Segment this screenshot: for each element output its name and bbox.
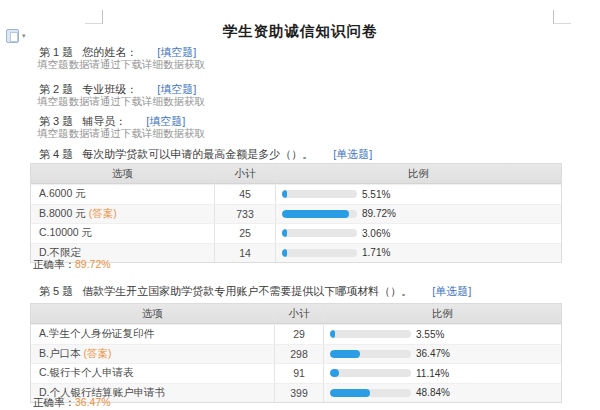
- column-header-option: 选项: [31, 164, 214, 183]
- count-cell: 91: [274, 364, 324, 383]
- question-5-text: 借款学生开立国家助学贷款专用账户不需要提供以下哪项材料（）。: [82, 285, 412, 297]
- count-cell: 399: [274, 384, 324, 403]
- ratio-bar-track: [282, 229, 357, 237]
- question-4-results-table: 选项 小计 比例 A.6000 元 45 5.51% B.8000 元(答案) …: [30, 163, 562, 263]
- option-label: C.10000 元: [39, 226, 92, 240]
- ratio-bar-fill: [330, 369, 339, 377]
- ratio-cell: 3.55%: [324, 325, 561, 344]
- ratio-bar-track: [282, 249, 357, 257]
- ratio-bar-track: [330, 389, 411, 397]
- option-label: A.学生个人身份证复印件: [39, 327, 154, 341]
- table-header-row: 选项 小计 比例: [31, 164, 561, 184]
- ratio-bar-fill: [330, 350, 360, 358]
- count-cell: 25: [214, 224, 276, 243]
- question-5-accuracy: 正确率：36.47%: [33, 396, 111, 410]
- question-1-note: 填空题数据请通过下载详细数据获取: [37, 58, 205, 72]
- column-header-ratio: 比例: [276, 164, 561, 183]
- ratio-cell: 3.06%: [276, 224, 561, 243]
- question-5-type-tag: [单选题]: [432, 285, 471, 297]
- ratio-bar-fill: [282, 229, 287, 237]
- ratio-cell: 5.51%: [276, 185, 561, 204]
- question-1-number: 第 1 题: [39, 46, 73, 58]
- count-cell: 29: [274, 325, 324, 344]
- table-row: C.银行卡个人申请表 91 11.14%: [31, 363, 561, 383]
- ratio-cell: 1.71%: [276, 244, 561, 263]
- ratio-cell: 48.84%: [324, 384, 561, 403]
- ratio-bar-fill: [282, 210, 349, 218]
- column-header-count: 小计: [274, 304, 324, 323]
- question-5-results-table: 选项 小计 比例 A.学生个人身份证复印件 29 3.55% B.户口本(答案)…: [30, 303, 562, 403]
- table-row: A.6000 元 45 5.51%: [31, 184, 561, 204]
- table-header-row: 选项 小计 比例: [31, 304, 561, 324]
- ratio-bar-track: [330, 369, 411, 377]
- ratio-cell: 36.47%: [324, 345, 561, 364]
- option-cell: A.学生个人身份证复印件: [31, 325, 274, 344]
- column-header-option: 选项: [31, 304, 274, 323]
- question-3-number: 第 3 题: [39, 115, 73, 127]
- ratio-bar-track: [330, 330, 411, 338]
- option-cell: A.6000 元: [31, 185, 214, 204]
- answer-mark: (答案): [89, 207, 117, 221]
- question-1-text: 您的姓名：: [82, 46, 137, 58]
- option-cell: B.8000 元(答案): [31, 205, 214, 224]
- question-2-number: 第 2 题: [39, 83, 73, 95]
- question-2-type-tag: [填空题]: [157, 83, 196, 95]
- ratio-percent: 1.71%: [362, 247, 390, 258]
- ratio-bar-track: [282, 210, 357, 218]
- option-label: A.6000 元: [39, 187, 86, 201]
- question-4-text: 每次助学贷款可以申请的最高金额是多少（）。: [82, 148, 313, 160]
- table-row: B.8000 元(答案) 733 89.72%: [31, 204, 561, 224]
- ratio-percent: 5.51%: [362, 189, 390, 200]
- ratio-percent: 48.84%: [416, 387, 450, 398]
- question-4-type-tag: [单选题]: [333, 148, 372, 160]
- question-4-line: 第 4 题每次助学贷款可以申请的最高金额是多少（）。[单选题]: [39, 147, 372, 162]
- question-2-text: 专业班级：: [82, 83, 137, 95]
- ratio-bar-fill: [282, 190, 287, 198]
- option-label: B.户口本: [39, 347, 80, 361]
- count-cell: 733: [214, 205, 276, 224]
- question-3-type-tag: [填空题]: [146, 115, 185, 127]
- table-row: A.学生个人身份证复印件 29 3.55%: [31, 324, 561, 344]
- ratio-cell: 89.72%: [276, 205, 561, 224]
- ratio-bar-track: [330, 350, 411, 358]
- question-3-note: 填空题数据请通过下载详细数据获取: [37, 127, 205, 141]
- ratio-percent: 3.55%: [416, 329, 444, 340]
- option-cell: C.10000 元: [31, 224, 214, 243]
- table-row: C.10000 元 25 3.06%: [31, 223, 561, 243]
- answer-mark: (答案): [83, 347, 111, 361]
- option-label: B.8000 元: [39, 207, 86, 221]
- option-cell: B.户口本(答案): [31, 345, 274, 364]
- ratio-percent: 3.06%: [362, 228, 390, 239]
- ratio-percent: 11.14%: [416, 368, 449, 379]
- ratio-bar-track: [282, 190, 357, 198]
- ratio-cell: 11.14%: [324, 364, 561, 383]
- ratio-bar-fill: [330, 330, 335, 338]
- document-page: ▾ 学生资助诚信知识问卷 第 1 题您的姓名：[填空题] 填空题数据请通过下载详…: [0, 0, 600, 410]
- question-2-note: 填空题数据请通过下载详细数据获取: [37, 95, 205, 109]
- accuracy-value: 89.72%: [75, 258, 111, 270]
- accuracy-value: 36.47%: [75, 396, 111, 408]
- count-cell: 14: [214, 244, 276, 263]
- column-header-count: 小计: [214, 164, 276, 183]
- ratio-bar-fill: [282, 249, 287, 257]
- ratio-percent: 36.47%: [416, 348, 450, 359]
- accuracy-label: 正确率：: [33, 396, 75, 408]
- question-1-type-tag: [填空题]: [157, 46, 196, 58]
- option-label: C.银行卡个人申请表: [39, 366, 134, 380]
- option-cell: C.银行卡个人申请表: [31, 364, 274, 383]
- accuracy-label: 正确率：: [33, 258, 75, 270]
- question-4-number: 第 4 题: [39, 148, 73, 160]
- count-cell: 298: [274, 345, 324, 364]
- table-row: B.户口本(答案) 298 36.47%: [31, 344, 561, 364]
- ratio-bar-fill: [330, 389, 370, 397]
- page-title: 学生资助诚信知识问卷: [0, 22, 600, 41]
- ratio-percent: 89.72%: [362, 208, 396, 219]
- question-5-line: 第 5 题借款学生开立国家助学贷款专用账户不需要提供以下哪项材料（）。[单选题]: [39, 284, 471, 299]
- count-cell: 45: [214, 185, 276, 204]
- question-3-text: 辅导员：: [82, 115, 126, 127]
- question-5-number: 第 5 题: [39, 285, 73, 297]
- question-4-accuracy: 正确率：89.72%: [33, 258, 111, 272]
- column-header-ratio: 比例: [324, 304, 561, 323]
